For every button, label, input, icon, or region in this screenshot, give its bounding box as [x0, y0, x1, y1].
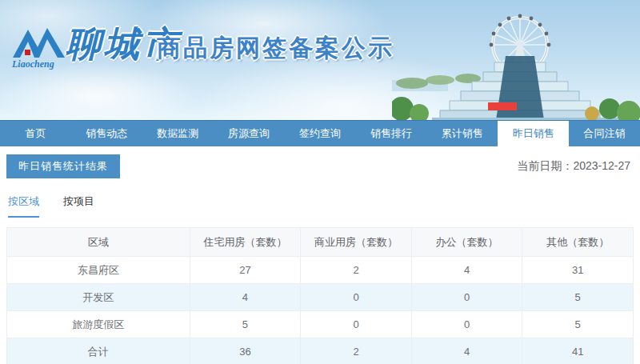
col-header-other: 其他（套数） [522, 228, 634, 257]
cell-value: 5 [522, 284, 634, 311]
site-banner: Liaocheng 聊城市 商品房网签备案公示 [0, 0, 640, 120]
nav-item-sales-ranking[interactable]: 销售排行 [355, 121, 426, 146]
nav-item-sales-news[interactable]: 销售动态 [71, 121, 142, 146]
table-row-total: 合计 36 2 4 41 [7, 338, 634, 364]
cell-value: 0 [411, 284, 522, 311]
city-logo[interactable]: Liaocheng [11, 21, 67, 70]
mountain-logo-icon: Liaocheng [11, 21, 67, 70]
col-header-office: 办公（套数） [411, 228, 522, 257]
ferris-wheel-illustration [392, 0, 640, 120]
table-row: 开发区 4 0 0 5 [7, 284, 634, 311]
cell-value: 5 [190, 311, 301, 338]
cell-value: 5 [522, 311, 634, 338]
col-header-residential: 住宅用房（套数） [190, 228, 301, 257]
cell-region: 东昌府区 [7, 257, 190, 284]
cell-value: 36 [190, 338, 301, 364]
cell-value: 0 [411, 311, 522, 338]
cell-value: 2 [301, 338, 412, 364]
nav-item-yesterday-sales[interactable]: 昨日销售 [498, 121, 569, 146]
sales-stats-table: 区域 住宅用房（套数） 商业用房（套数） 办公（套数） 其他（套数） 东昌府区 … [6, 227, 634, 364]
table-row: 旅游度假区 5 0 0 5 [7, 311, 634, 338]
page-title: 昨日销售统计结果 [6, 154, 120, 178]
logo-script-text: Liaocheng [11, 58, 54, 70]
cell-value: 4 [190, 284, 301, 311]
nav-item-home[interactable]: 首页 [0, 121, 71, 146]
nav-item-data-watch[interactable]: 数据监测 [142, 121, 214, 146]
table-row: 东昌府区 27 2 4 31 [7, 257, 634, 284]
main-nav: 首页 销售动态 数据监测 房源查询 签约查询 销售排行 累计销售 昨日销售 合同… [0, 120, 640, 146]
cell-value: 0 [301, 284, 412, 311]
cell-region: 合计 [7, 338, 190, 364]
col-header-region: 区域 [7, 228, 190, 257]
main-content: 昨日销售统计结果 当前日期：2023-12-27 按区域 按项目 区域 住宅用房… [0, 146, 640, 364]
tab-by-project[interactable]: 按项目 [63, 194, 94, 218]
nav-item-contract-query[interactable]: 签约查询 [285, 121, 356, 146]
cell-value: 4 [411, 338, 522, 364]
cell-value: 41 [522, 338, 634, 364]
col-header-commercial: 商业用房（套数） [301, 228, 412, 257]
nav-item-listing-query[interactable]: 房源查询 [214, 121, 285, 146]
cell-value: 0 [301, 311, 412, 338]
site-title: 商品房网签备案公示 [157, 32, 394, 65]
nav-item-total-sales[interactable]: 累计销售 [426, 121, 498, 146]
cell-value: 27 [190, 257, 301, 284]
section-bar: 昨日销售统计结果 当前日期：2023-12-27 [6, 154, 634, 178]
cell-value: 31 [522, 257, 634, 284]
view-tabs: 按区域 按项目 [8, 194, 634, 218]
cell-value: 4 [411, 257, 522, 284]
nav-item-contract-cancel[interactable]: 合同注销 [569, 121, 640, 146]
cell-region: 旅游度假区 [7, 311, 190, 338]
cell-region: 开发区 [7, 284, 190, 311]
table-header-row: 区域 住宅用房（套数） 商业用房（套数） 办公（套数） 其他（套数） [7, 228, 634, 257]
current-date: 当前日期：2023-12-27 [517, 159, 634, 174]
tab-by-region[interactable]: 按区域 [8, 194, 39, 218]
cell-value: 2 [301, 257, 412, 284]
